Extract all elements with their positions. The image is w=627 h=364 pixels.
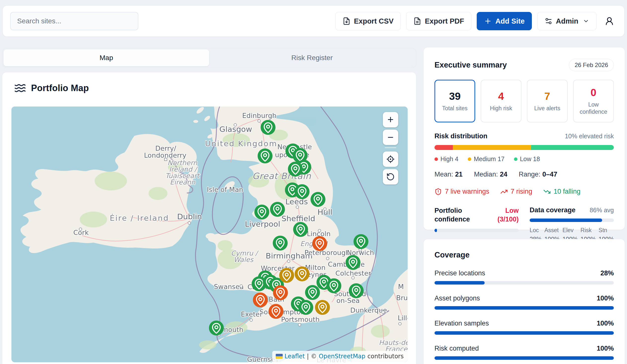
attribution-separator: | (307, 353, 309, 360)
tab-risk-register[interactable]: Risk Register (209, 49, 415, 66)
falling-trend: 10 falling (543, 188, 580, 195)
map-label: Isle of Man (207, 186, 243, 193)
site-marker-low[interactable] (305, 285, 320, 300)
user-button[interactable] (602, 14, 617, 29)
town-dot (318, 229, 321, 232)
site-marker-low[interactable] (346, 255, 361, 270)
portfolio-confidence: Portfolio confidence Low(3/100) (434, 206, 519, 243)
risk-stats: Mean:21 Median:24 Range:0–47 (434, 171, 614, 178)
site-marker-low[interactable] (258, 148, 272, 163)
stat-card-high-risk[interactable]: 4 High risk (481, 80, 522, 122)
data-coverage: Data coverage 86% avg Loc28% Asset100% E… (530, 206, 614, 243)
site-marker-low[interactable] (254, 205, 269, 220)
map-label: Peterborough (305, 249, 350, 257)
trending-down-icon (543, 188, 551, 195)
confidence-value: Low(3/100) (497, 206, 519, 224)
site-marker-low[interactable] (261, 120, 275, 135)
site-marker-high[interactable] (273, 285, 288, 300)
file-download-icon (343, 17, 351, 25)
site-marker-low[interactable] (326, 278, 341, 293)
site-marker-low[interactable] (349, 283, 364, 298)
map-attribution: Leaflet | © OpenStreetMap contributors (272, 351, 408, 362)
summary-title: Executive summary (434, 61, 507, 70)
waves-icon (14, 82, 26, 94)
median-stat: Median:24 (474, 171, 507, 178)
site-marker-low[interactable] (273, 236, 288, 251)
coverage-row-risk-computed: Risk computed100% (434, 345, 614, 360)
risk-segment-low (531, 145, 614, 150)
stat-label: High risk (490, 105, 512, 112)
rising-trend: 7 rising (500, 188, 532, 195)
live-status-row: 7 live warnings 7 rising 10 falling (434, 188, 614, 195)
site-marker-medium[interactable] (279, 268, 294, 283)
reset-view-button[interactable] (383, 169, 398, 184)
search-input[interactable] (10, 12, 138, 30)
executive-summary-panel: Executive summary 26 Feb 2026 39 Total s… (423, 47, 625, 230)
export-pdf-button[interactable]: Export PDF (406, 12, 471, 30)
stat-card-live-alerts[interactable]: 7 Live alerts (527, 80, 568, 122)
town-dot (326, 257, 329, 260)
leaflet-link[interactable]: Leaflet (285, 353, 305, 360)
map-label: Bru (396, 294, 408, 302)
legend-dot-medium (468, 157, 471, 161)
contributors-label: contributors (367, 353, 404, 360)
legend-high: High 4 (434, 155, 458, 163)
map-label: Derry/ (155, 144, 176, 152)
confidence-fill (434, 229, 437, 232)
portfolio-map-panel: Portfolio Map (2, 72, 416, 364)
chevron-down-icon (583, 18, 589, 24)
site-marker-low[interactable] (288, 162, 303, 177)
coverage-bar (434, 356, 614, 360)
range-stat: Range:0–47 (519, 171, 557, 178)
stat-card-low-confidence[interactable]: 0 Low confidence (573, 80, 614, 122)
add-site-button[interactable]: Add Site (477, 12, 532, 30)
confidence-track (434, 229, 519, 232)
site-marker-medium[interactable] (315, 300, 330, 315)
site-marker-low[interactable] (295, 184, 310, 199)
map-label: Liverpool (245, 220, 280, 228)
site-marker-low[interactable] (311, 192, 325, 207)
dashboard: Export CSV Export PDF Add Site Admin Map… (0, 0, 627, 364)
map-label: M (398, 283, 404, 290)
coverage-title: Coverage (434, 251, 614, 260)
plus-icon (484, 17, 492, 25)
site-marker-high[interactable] (312, 236, 327, 251)
locate-button[interactable] (383, 151, 398, 167)
map-panel-title: Portfolio Map (31, 83, 89, 93)
zoom-out-button[interactable]: − (383, 130, 398, 145)
export-pdf-label: Export PDF (425, 17, 464, 25)
site-marker-high[interactable] (268, 304, 283, 319)
site-marker-medium[interactable] (295, 267, 310, 281)
site-marker-low[interactable] (298, 300, 313, 315)
legend-low: Low 18 (514, 155, 540, 163)
stat-card-total-sites[interactable]: 39 Total sites (434, 80, 475, 122)
copyright-symbol: © (311, 353, 317, 360)
map-label: Exeter (241, 310, 262, 318)
controls-divider (385, 147, 396, 148)
site-marker-low[interactable] (270, 202, 285, 217)
zoom-in-button[interactable]: + (383, 112, 398, 127)
town-dot (298, 323, 301, 326)
data-coverage-label: Data coverage (530, 206, 575, 214)
map-label: Edinburgh (242, 112, 276, 119)
map-label: United Kingdom (205, 139, 277, 148)
map-label: Éire / Ireland (110, 214, 169, 223)
site-marker-low[interactable] (293, 222, 308, 237)
export-csv-button[interactable]: Export CSV (335, 12, 401, 30)
map[interactable]: EdinburghGlasgowUnited KingdomNewcastleu… (11, 106, 408, 362)
map-label: Dunkerque (350, 306, 387, 314)
tab-map[interactable]: Map (3, 49, 209, 66)
openstreetmap-link[interactable]: OpenStreetMap (319, 353, 366, 360)
site-marker-low[interactable] (209, 320, 224, 335)
town-dot (352, 276, 355, 279)
add-site-label: Add Site (495, 17, 525, 25)
top-bar: Export CSV Export PDF Add Site Admin (2, 5, 625, 37)
site-marker-low[interactable] (354, 234, 368, 249)
town-dot (399, 322, 401, 325)
data-coverage-track (530, 219, 614, 222)
map-label: Sheffield (281, 214, 315, 223)
admin-menu-button[interactable]: Admin (537, 12, 596, 30)
coverage-bar (434, 331, 614, 335)
site-marker-high[interactable] (253, 292, 268, 307)
data-coverage-avg: 86% avg (590, 207, 614, 214)
